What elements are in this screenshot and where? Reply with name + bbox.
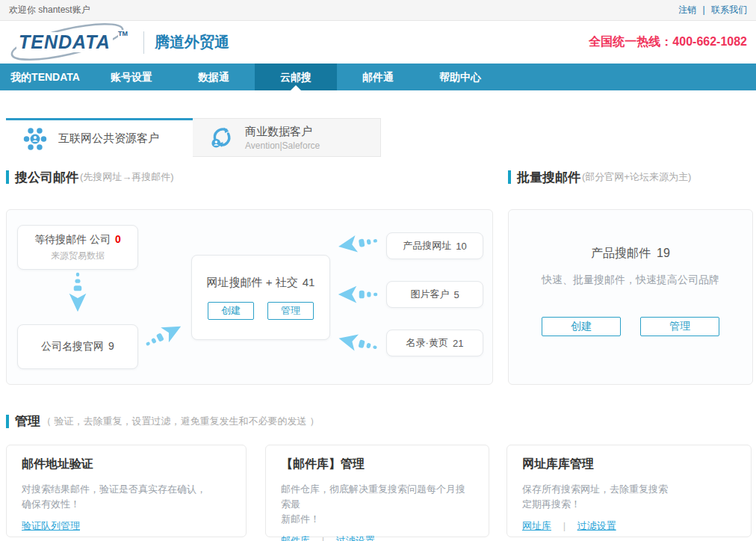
create-button[interactable]: 创建 [542, 317, 621, 336]
email-library-card: 【邮件库】管理 邮件仓库，彻底解决重复搜索问题每个月搜索最 新邮件！ 邮件库 |… [265, 445, 489, 537]
waiting-count: 0 [115, 233, 121, 245]
url-search-count: 41 [303, 276, 315, 288]
card-desc-line: 确保有效性！ [22, 498, 80, 510]
share-user-icon [209, 125, 235, 150]
section-accent-bar [6, 415, 9, 428]
email-verification-card: 邮件地址验证 对搜索结果邮件，验证是否真实存在确认， 确保有效性！ 验证队列管理 [6, 445, 247, 537]
tab-sublabel: Avention|Saleforce [245, 140, 320, 151]
section-title: 批量搜邮件 [517, 169, 580, 186]
source-label: 产品搜网址 [403, 239, 451, 253]
arrow-up-right-icon [140, 315, 188, 356]
topbar-divider: | [703, 4, 705, 15]
section-note: (部分官网+论坛来源为主) [582, 170, 691, 184]
company-search-count: 9 [108, 340, 114, 352]
section-note: （ 验证，去除重复，设置过滤，避免重复发生和不必要的发送 ） [42, 415, 319, 428]
link-divider: | [563, 520, 566, 531]
card-desc-line: 定期再搜索！ [522, 498, 580, 510]
nav-item-mail-service[interactable]: 邮件通 [337, 64, 419, 90]
tendata-logo: TENDATA TM [9, 25, 134, 60]
url-library-card: 网址库库管理 保存所有搜索网址，去除重复搜索 定期再搜索！ 网址库 | 过滤设置 [506, 445, 752, 537]
card-desc-line: 保存所有搜索网址，去除重复搜索 [522, 483, 668, 495]
source-count: 21 [453, 338, 463, 349]
card-title: 邮件地址验证 [22, 457, 231, 472]
company-search-label: 公司名搜官网 [41, 340, 104, 352]
arrow-left-icon [337, 282, 379, 306]
card-title: 网址库库管理 [522, 457, 736, 472]
batch-count: 19 [657, 247, 670, 259]
contact-us-link[interactable]: 联系我们 [711, 4, 747, 15]
network-users-icon [22, 126, 48, 152]
url-search-label: 网址搜邮件 + 社交 [207, 276, 298, 288]
url-search-email-box: 网址搜邮件 + 社交41 创建 管理 [191, 255, 330, 340]
filter-settings-link[interactable]: 过滤设置 [577, 520, 616, 531]
section-accent-bar [508, 170, 511, 184]
email-library-link[interactable]: 邮件库 [281, 535, 310, 541]
customer-source-tabs: 互联网公共资源客户 商业数据客户 Avention|Saleforce [6, 118, 756, 157]
nav-item-my-tendata[interactable]: 我的TENDATA [0, 64, 90, 90]
section-note: (先搜网址→再搜邮件) [80, 170, 174, 184]
logo-divider [143, 31, 144, 54]
source-label: 图片客户 [410, 288, 449, 301]
section-accent-bar [6, 170, 9, 184]
section-head-search-company: 搜公司邮件 (先搜网址→再搜邮件) [6, 169, 174, 186]
card-title: 【邮件库】管理 [281, 457, 474, 472]
arrow-left-icon [335, 229, 380, 259]
tab-internet-public-resources[interactable]: 互联网公共资源客户 [6, 118, 193, 157]
hotline-number: 全国统一热线：400-662-1082 [589, 34, 747, 50]
header: TENDATA TM 腾道外贸通 全国统一热线：400-662-1082 [0, 21, 756, 64]
batch-title: 产品搜邮件 [591, 247, 651, 259]
search-company-flow-panel: 等待搜邮件 公司0 来源贸易数据 公司名搜官网9 网址搜邮件 + 社交41 [6, 209, 493, 385]
source-count: 5 [453, 289, 459, 300]
welcome-text: 欢迎你 shantest账户 [9, 4, 90, 16]
section-title: 管理 [15, 412, 40, 430]
logout-link[interactable]: 注销 [678, 4, 696, 15]
nav-item-data-service[interactable]: 数据通 [173, 64, 255, 90]
manage-button[interactable]: 管理 [640, 317, 719, 336]
section-head-batch-search: 批量搜邮件 (部分官网+论坛来源为主) [508, 169, 756, 186]
manage-button[interactable]: 管理 [267, 302, 314, 320]
main-nav: 我的TENDATA 账号设置 数据通 云邮搜 邮件通 帮助中心 [0, 64, 756, 90]
source-label: 名录·黄页 [406, 336, 448, 350]
section-title: 搜公司邮件 [15, 169, 78, 186]
product-search-url-box[interactable]: 产品搜网址10 [386, 232, 483, 259]
source-count: 10 [456, 241, 466, 252]
logo-wordmark: TENDATA [16, 32, 113, 53]
url-library-link[interactable]: 网址库 [522, 520, 551, 531]
nav-item-cloud-mail-search[interactable]: 云邮搜 [255, 64, 337, 90]
nav-item-account-settings[interactable]: 账号设置 [90, 64, 173, 90]
company-name-search-box[interactable]: 公司名搜官网9 [17, 324, 138, 369]
batch-description: 快速、批量搜邮件，快速提高公司品牌 [509, 273, 752, 287]
arrow-down-icon [66, 271, 90, 313]
directory-yellowpages-box[interactable]: 名录·黄页21 [386, 330, 483, 356]
tab-label: 商业数据客户 [245, 125, 312, 137]
card-desc-line: 邮件仓库，彻底解决重复搜索问题每个月搜索最 [281, 483, 465, 510]
card-desc-line: 新邮件！ [281, 513, 320, 525]
section-head-manage: 管理 （ 验证，去除重复，设置过滤，避免重复发生和不必要的发送 ） [6, 412, 756, 430]
brand-name: 腾道外贸通 [155, 32, 229, 52]
link-divider: | [322, 535, 324, 541]
waiting-label: 等待搜邮件 公司 [34, 233, 111, 245]
waiting-companies-box[interactable]: 等待搜邮件 公司0 来源贸易数据 [17, 225, 138, 270]
arrow-left-icon [335, 327, 381, 360]
batch-search-panel: 产品搜邮件19 快速、批量搜邮件，快速提高公司品牌 创建 管理 [508, 209, 753, 385]
card-desc-line: 对搜索结果邮件，验证是否真实存在确认， [22, 483, 206, 495]
nav-item-help-center[interactable]: 帮助中心 [419, 64, 501, 90]
waiting-source-note: 来源贸易数据 [51, 250, 105, 262]
filter-settings-link[interactable]: 过滤设置 [336, 535, 375, 541]
image-customer-box[interactable]: 图片客户5 [386, 281, 483, 308]
tab-label: 互联网公共资源客户 [58, 132, 159, 146]
logo-tm: TM [118, 30, 128, 37]
tab-business-data[interactable]: 商业数据客户 Avention|Saleforce [193, 118, 381, 157]
create-button[interactable]: 创建 [208, 302, 254, 320]
topbar: 欢迎你 shantest账户 注销 | 联系我们 [0, 0, 756, 21]
verify-queue-manage-link[interactable]: 验证队列管理 [22, 520, 80, 531]
